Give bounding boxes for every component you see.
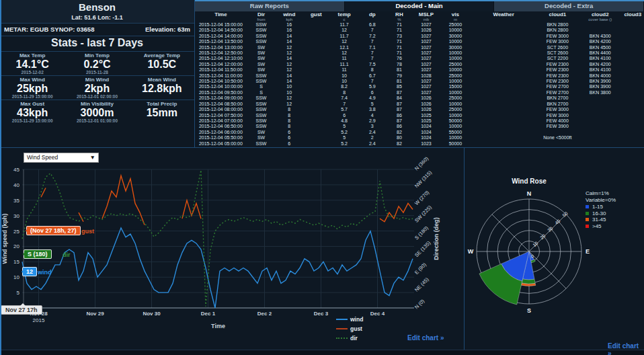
table-cell	[622, 28, 644, 33]
table-cell: FEW 2300	[536, 62, 579, 67]
chart-type-value: Wind Speed	[27, 153, 58, 162]
tab-decoded-main[interactable]: Decoded - Main	[345, 1, 495, 11]
rose-ring-label: 50	[561, 211, 569, 218]
table-cell: FEW 3000	[536, 107, 579, 112]
table-cell: 12	[329, 50, 358, 56]
chart-legend-item[interactable]: wind	[336, 315, 363, 324]
right-axis-tick-label: E (90)	[413, 262, 428, 276]
table-cell: 5.2	[329, 130, 358, 135]
table-cell: 2015-12-04 15:00:00	[195, 22, 247, 28]
table-cell: 6	[276, 141, 303, 147]
stat-date: 2015-11-29 15:00:00	[0, 118, 65, 124]
table-cell	[471, 28, 536, 33]
table-cell	[579, 102, 621, 107]
table-cell	[622, 62, 644, 67]
x-axis-year-label: 2015	[33, 317, 45, 323]
table-cell	[579, 141, 621, 147]
legend-color-swatch	[586, 218, 589, 221]
table-cell: 71	[386, 50, 413, 56]
stat-label: Max Gust	[0, 101, 65, 107]
table-cell: SSW	[247, 118, 276, 124]
stat-date	[130, 70, 194, 75]
table-cell: 25000	[440, 22, 471, 28]
table-cell	[622, 113, 644, 118]
legend-label: 16-30	[592, 210, 606, 216]
legend-label: gust	[350, 325, 362, 332]
rose-ring-label: 20	[539, 233, 547, 240]
tab-decoded-extra[interactable]: Decoded - Extra	[494, 1, 644, 11]
table-cell: 7.4	[329, 95, 358, 101]
table-cell	[303, 73, 329, 79]
table-cell: SW	[247, 45, 276, 50]
table-cell: 10000	[440, 79, 471, 84]
table-cell	[471, 73, 536, 79]
right-axis-tick-label: W (270)	[413, 189, 431, 206]
table-cell	[303, 130, 329, 135]
edit-rose-link[interactable]: Edit chart »	[608, 342, 644, 355]
chart-type-select[interactable]: Wind Speed ▼	[24, 153, 99, 163]
compass-label-w: W	[468, 248, 474, 255]
table-cell: 1026	[413, 95, 440, 101]
table-cell: SCT 2600	[536, 50, 579, 56]
tab-raw-reports[interactable]: Raw Reports	[195, 1, 345, 11]
table-cell	[471, 39, 536, 44]
table-cell: 2015-12-04 05:00:00	[195, 141, 247, 147]
table-cell: 16	[276, 28, 303, 33]
page-left-accent	[0, 0, 1, 355]
stat-label: Min Temp	[65, 52, 129, 58]
table-cell: 2015-12-04 06:50:00	[195, 124, 247, 129]
table-cell: 11	[329, 56, 358, 61]
table-cell: 1025	[413, 118, 440, 124]
chart-legend-item[interactable]: dir	[336, 333, 363, 343]
table-cell: 81	[386, 67, 413, 73]
table-cell: FEW 2300	[536, 79, 579, 84]
table-cell: 2015-12-04 11:00:00	[195, 73, 247, 79]
table-cell	[471, 113, 536, 118]
column-unit	[195, 17, 247, 22]
table-cell: 1026	[413, 107, 440, 112]
table-cell	[303, 124, 329, 129]
table-cell: 2015-12-04 07:50:00	[195, 113, 247, 118]
table-cell	[579, 124, 621, 129]
table-cell: 2015-12-04 09:50:00	[195, 90, 247, 95]
compass-label-n: N	[527, 190, 532, 197]
table-cell: 71	[386, 45, 413, 50]
table-cell: BKN 2800	[536, 28, 579, 33]
table-cell: FEW 2300	[536, 67, 579, 73]
table-cell: SSW	[247, 79, 276, 84]
table-cell	[471, 34, 536, 39]
table-cell	[471, 56, 536, 61]
table-cell	[622, 56, 644, 61]
y-axis-tick-label: 25	[13, 229, 19, 235]
bottom-strip	[0, 350, 644, 355]
right-axis-tick-label: NW (315)	[413, 169, 433, 189]
y-axis-title: Wind speed (kph)	[1, 214, 8, 264]
rose-legend-item: >45	[586, 223, 616, 230]
table-cell: 2015-12-04 12:50:00	[195, 50, 247, 56]
table-cell: SW	[247, 67, 276, 73]
table-cell	[579, 113, 621, 118]
station-name: Benson	[0, 0, 194, 13]
table-cell: 78	[386, 62, 413, 67]
table-cell: SSW	[247, 102, 276, 107]
table-cell: 8	[359, 67, 386, 73]
table-row: 2015-12-04 12:10:00SW1411776102710000SCT…	[195, 56, 644, 61]
gust-tooltip-label: gust	[81, 228, 94, 235]
table-cell: FEW 3900	[536, 124, 579, 129]
table-cell: 2015-12-04 09:00:00	[195, 95, 247, 101]
wind-chart-svg: 051015202530354045Nov 282015Nov 29Nov 30…	[0, 148, 464, 350]
table-cell: BKN 2700	[536, 102, 579, 107]
table-row: 2015-12-04 14:50:00SSW1612771102610000BK…	[195, 28, 644, 33]
chart-legend-item[interactable]: gust	[336, 324, 363, 333]
column-name: MSLP	[413, 12, 440, 17]
table-cell: BKN 4300	[579, 34, 621, 39]
table-cell	[471, 84, 536, 89]
table-row: 2015-12-04 08:50:00SSW127587102610000BKN…	[195, 102, 644, 107]
column-header: RH%	[386, 11, 413, 22]
legend-color-swatch	[586, 225, 589, 228]
table-cell: 11	[329, 67, 358, 73]
edit-chart-link[interactable]: Edit chart »	[407, 334, 444, 342]
stat-cell: Max Wind25kph2015-11-29 15:00:00	[0, 75, 65, 100]
station-panel: Benson Lat: 51.6 Lon: -1.1 METAR: EGUB S…	[0, 0, 194, 147]
table-cell: 1027	[413, 22, 440, 28]
